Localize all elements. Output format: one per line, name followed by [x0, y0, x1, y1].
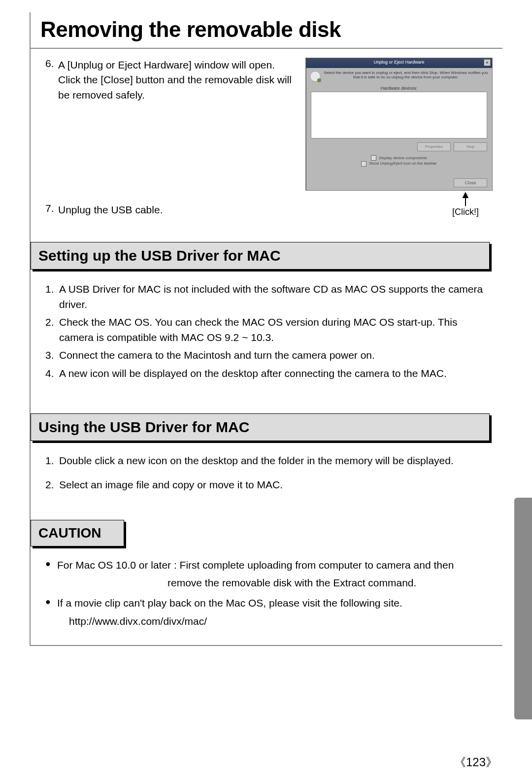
step-row: 6. A [Unplug or Eject Hardware] window w… [45, 58, 298, 102]
side-tab [514, 498, 532, 719]
stop-button: Stop [454, 142, 487, 151]
list-item: 4. A new icon will be displayed on the d… [45, 366, 488, 381]
properties-button: Properties [417, 142, 451, 151]
arrow-up-icon: ▲ [460, 192, 471, 197]
list-item: 1. Double click a new icon on the deskto… [45, 453, 488, 468]
bracket-left-icon: 《 [454, 756, 466, 769]
caution-body: ● For Mac OS 10.0 or later : First compl… [45, 546, 493, 645]
bracket-right-icon: 》 [486, 756, 498, 769]
item-text: Check the MAC OS. You can check the MAC … [59, 315, 488, 345]
checkbox-row: Show Unplug/Eject icon on the taskbar [311, 161, 487, 166]
content-area: 6. A [Unplug or Eject Hardware] window w… [31, 49, 502, 645]
bullet-text: For Mac OS 10.0 or later : First complet… [57, 559, 454, 571]
bullet-icon: ● [45, 595, 57, 629]
dialog-close-button: Close [454, 178, 487, 187]
bullet-url: http://www.divx.com/divx/mac/ [57, 613, 488, 630]
device-list [311, 92, 487, 138]
item-number: 1. [45, 282, 59, 312]
page-frame: Removing the removable disk 6. A [Unplug… [30, 12, 502, 646]
section-body: 1. A USB Driver for MAC is not included … [45, 270, 493, 389]
section-heading-usb-using: Using the USB Driver for MAC [31, 413, 490, 441]
section-heading-usb-setup: Setting up the USB Driver for MAC [31, 242, 490, 270]
item-number: 4. [45, 366, 59, 381]
checkbox-row: Display device components [311, 155, 487, 161]
hardware-icon [310, 71, 321, 82]
caution-heading: CAUTION [31, 520, 124, 546]
item-number: 3. [45, 348, 59, 363]
item-text: Select an image file and copy or move it… [59, 477, 283, 492]
list-label: Hardware devices: [306, 85, 492, 92]
list-item: 3. Connect the camera to the Macintosh a… [45, 348, 488, 363]
list-item: 2. Select an image file and copy or move… [45, 477, 488, 492]
item-text: Double click a new icon on the desktop a… [59, 453, 454, 468]
step-number: 7. [45, 203, 58, 217]
dialog-description: Select the device you want to unplug or … [324, 71, 488, 80]
bullet-item: ● For Mac OS 10.0 or later : First compl… [45, 557, 488, 591]
close-icon: × [484, 59, 491, 66]
item-number: 2. [45, 315, 59, 345]
bullet-text: If a movie clip can't play back on the M… [57, 597, 402, 609]
section-body: 1. Double click a new icon on the deskto… [45, 441, 493, 500]
item-text: Connect the camera to the Macintosh and … [59, 348, 375, 363]
click-label: [Click!] [452, 207, 479, 217]
list-item: 2. Check the MAC OS. You can check the M… [45, 315, 488, 345]
page-title: Removing the removable disk [40, 17, 498, 42]
item-text: A USB Driver for MAC is not included wit… [59, 282, 488, 312]
item-number: 1. [45, 453, 59, 468]
arrow-stem [465, 197, 466, 206]
bullet-icon: ● [45, 557, 57, 591]
page-number-value: 123 [466, 755, 486, 769]
bullet-text-cont: remove the removable disk with the Extra… [57, 575, 488, 591]
page-title-wrap: Removing the removable disk [31, 12, 502, 49]
dialog-screenshot: Unplug or Eject Hardware × Select the de… [305, 58, 493, 191]
item-text: A new icon will be displayed on the desk… [59, 366, 447, 381]
list-item: 1. A USB Driver for MAC is not included … [45, 282, 488, 312]
page-number: 《123》 [454, 754, 498, 770]
step6-block: 6. A [Unplug or Eject Hardware] window w… [45, 58, 493, 217]
step-number: 6. [45, 58, 58, 102]
step-text: A [Unplug or Eject Hardware] window will… [58, 58, 298, 102]
dialog-titlebar: Unplug or Eject Hardware × [306, 58, 492, 68]
bullet-item: ● If a movie clip can't play back on the… [45, 595, 488, 629]
screenshot-column: Unplug or Eject Hardware × Select the de… [305, 58, 493, 217]
item-number: 2. [45, 477, 59, 492]
dialog-title: Unplug or Eject Hardware [373, 60, 424, 65]
arrow-indicator: ▲ [Click!] [372, 192, 532, 217]
